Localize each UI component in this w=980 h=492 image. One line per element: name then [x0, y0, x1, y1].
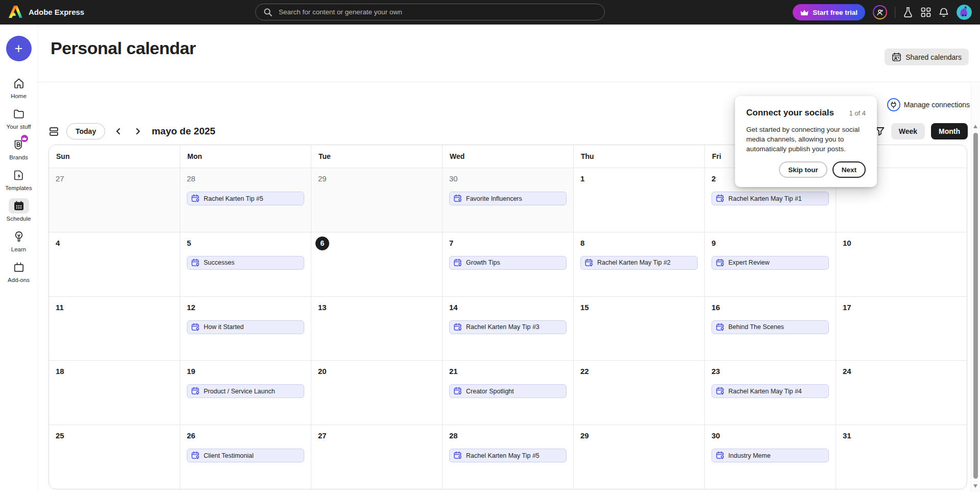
day-cell-28[interactable]: 28Rachel Karten May Tip #5	[443, 425, 574, 489]
scrollbar[interactable]	[971, 84, 980, 492]
adobe-express-logo-icon[interactable]	[9, 6, 22, 18]
sidebar-item-label: Add-ons	[8, 277, 30, 283]
calendar-event[interactable]: Behind The Scenes	[712, 320, 829, 334]
day-cell-13[interactable]: 13	[311, 297, 443, 361]
manage-connections-link[interactable]: Manage connections	[887, 97, 970, 112]
event-title: Rachel Karten May Tip #4	[728, 388, 802, 395]
day-cell-14[interactable]: 14Rachel Karten May Tip #3	[443, 297, 574, 361]
calendar-event[interactable]: Industry Meme	[712, 449, 829, 462]
agenda-view-icon[interactable]	[48, 126, 59, 137]
event-title: How it Started	[204, 323, 244, 331]
date-number: 10	[843, 239, 851, 247]
scrollbar-down-icon[interactable]	[973, 484, 977, 488]
date-number: 29	[580, 431, 589, 440]
calendar-event[interactable]: Rachel Karten May Tip #4	[712, 384, 829, 398]
day-cell-15[interactable]: 15	[574, 297, 705, 361]
labs-beaker-icon[interactable]	[903, 7, 913, 18]
calendar-event[interactable]: Product / Service Launch	[187, 384, 304, 398]
sidebar-item-label: Brands	[9, 154, 28, 160]
day-cell-29[interactable]: 29	[311, 168, 443, 232]
day-cell-19[interactable]: 19Product / Service Launch	[180, 361, 311, 425]
calendar-event[interactable]: Rachel Karten May Tip #5	[449, 449, 567, 462]
search-bar[interactable]	[255, 4, 605, 20]
month-view-button[interactable]: Month	[931, 123, 968, 139]
calendar-event[interactable]: Rachel Karten May Tip #2	[580, 256, 698, 270]
day-cell-20[interactable]: 20	[311, 361, 443, 425]
skip-tour-button[interactable]: Skip tour	[779, 161, 827, 178]
sidebar-item-home[interactable]: Home	[0, 76, 37, 99]
date-number: 26	[187, 431, 195, 440]
schedule-icon	[9, 198, 29, 214]
day-cell-24[interactable]: 24	[836, 361, 967, 425]
day-cell-25[interactable]: 25	[49, 425, 180, 489]
sidebar-item-schedule[interactable]: Schedule	[0, 198, 37, 222]
calendar-event[interactable]: Expert Review	[712, 256, 829, 270]
week-view-button[interactable]: Week	[891, 123, 925, 139]
day-cell-4[interactable]: 4	[49, 232, 180, 296]
sidebar-item-brands[interactable]: Brands	[0, 137, 37, 160]
day-cell-23[interactable]: 23Rachel Karten May Tip #4	[705, 361, 836, 425]
notifications-bell-icon[interactable]	[939, 7, 949, 18]
scheduled-post-icon	[454, 387, 462, 395]
date-row: 21	[449, 367, 567, 380]
day-cell-6[interactable]: 6	[311, 232, 443, 296]
calendar-event[interactable]: Rachel Karten May Tip #3	[449, 320, 567, 334]
avatar[interactable]	[957, 5, 972, 20]
day-cell-8[interactable]: 8Rachel Karten May Tip #2	[574, 232, 705, 296]
day-cell-22[interactable]: 22	[574, 361, 705, 425]
day-cell-7[interactable]: 7Growth Tips	[443, 232, 574, 296]
day-cell-21[interactable]: 21Creator Spotlight	[443, 361, 574, 425]
day-cell-11[interactable]: 11	[49, 297, 180, 361]
calendar-event[interactable]: Growth Tips	[449, 256, 567, 270]
day-cell-27[interactable]: 27	[311, 425, 443, 489]
day-header-tue: Tue	[311, 145, 443, 168]
next-month-button[interactable]	[132, 125, 144, 137]
day-cell-31[interactable]: 31	[836, 425, 967, 489]
start-free-trial-button[interactable]: Start free trial	[793, 4, 865, 20]
event-title: Product / Service Launch	[204, 388, 275, 395]
day-cell-26[interactable]: 26Client Testimonial	[180, 425, 311, 489]
calendar-event[interactable]: Successes	[187, 256, 304, 270]
date-number: 19	[187, 367, 195, 376]
day-cell-5[interactable]: 5Successes	[180, 232, 311, 296]
prev-month-button[interactable]	[112, 125, 125, 137]
sidebar-item-templates[interactable]: Templates	[0, 168, 37, 191]
day-cell-30[interactable]: 30Favorite Influencers	[443, 168, 574, 232]
chevron-left-icon	[114, 127, 122, 135]
day-cell-29[interactable]: 29	[574, 425, 705, 489]
calendar-event[interactable]: Rachel Karten Tip #5	[187, 192, 304, 205]
calendar-event[interactable]: Client Testimonial	[187, 449, 304, 462]
calendar-event[interactable]: Favorite Influencers	[449, 192, 567, 205]
sidebar-item-your-stuff[interactable]: Your stuff	[0, 106, 37, 130]
day-cell-30[interactable]: 30Industry Meme	[705, 425, 836, 489]
day-cell-9[interactable]: 9Expert Review	[705, 232, 836, 296]
search-input[interactable]	[278, 8, 597, 16]
day-cell-27[interactable]: 27	[49, 168, 180, 232]
calendar-event[interactable]: Creator Spotlight	[449, 384, 567, 398]
day-cell-18[interactable]: 18	[49, 361, 180, 425]
apps-grid-icon[interactable]	[921, 7, 931, 17]
scrollbar-thumb[interactable]	[973, 133, 978, 479]
page-title: Personal calendar	[51, 38, 195, 58]
date-number: 20	[318, 367, 327, 376]
day-cell-16[interactable]: 16Behind The Scenes	[705, 297, 836, 361]
shared-calendars-label: Shared calendars	[905, 53, 962, 61]
calendar-event[interactable]: How it Started	[187, 320, 304, 334]
day-cell-17[interactable]: 17	[836, 297, 967, 361]
shared-calendars-button[interactable]: Shared calendars	[885, 49, 969, 65]
day-cell-12[interactable]: 12How it Started	[180, 297, 311, 361]
create-new-button[interactable]: +	[6, 36, 32, 61]
day-cell-28[interactable]: 28Rachel Karten Tip #5	[180, 168, 311, 232]
day-cell-10[interactable]: 10	[836, 232, 967, 296]
sidebar-item-add-ons[interactable]: Add-ons	[0, 260, 37, 283]
sidebar: + HomeYour stuffBrandsTemplatesScheduleL…	[0, 25, 38, 492]
day-cell-1[interactable]: 1	[574, 168, 705, 232]
home-icon	[9, 76, 29, 91]
invite-people-icon[interactable]	[873, 5, 887, 19]
calendar-event[interactable]: Rachel Karten May Tip #1	[712, 192, 829, 205]
next-button[interactable]: Next	[832, 161, 866, 178]
today-button[interactable]: Today	[66, 123, 105, 139]
scrollbar-up-icon[interactable]	[973, 125, 977, 128]
calendar-week-row: 1112How it Started1314Rachel Karten May …	[49, 297, 967, 361]
sidebar-item-learn[interactable]: Learn	[0, 229, 37, 252]
